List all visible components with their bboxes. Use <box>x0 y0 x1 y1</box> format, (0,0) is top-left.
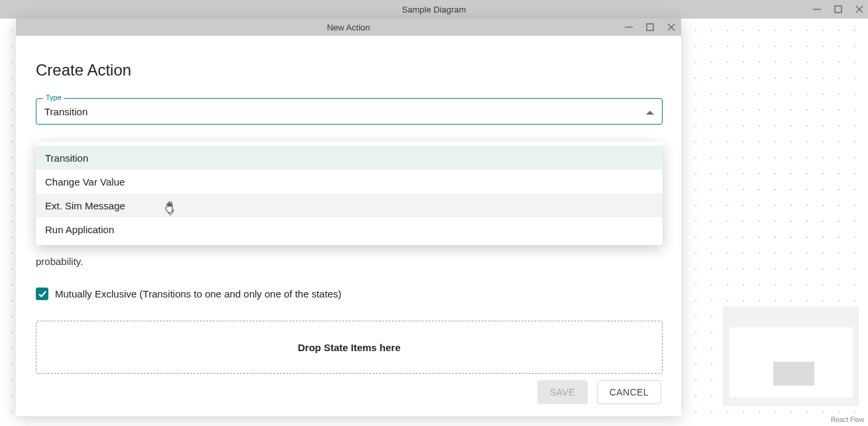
app-title: Sample Diagram <box>402 5 466 15</box>
dialog-window-controls <box>624 19 676 36</box>
dialog-title: New Action <box>327 23 370 32</box>
type-select-value: Transition <box>44 106 87 117</box>
minimap-node <box>773 362 814 386</box>
dialog-heading: Create Action <box>36 61 661 80</box>
dialog-minimize-icon[interactable] <box>624 23 633 32</box>
close-icon[interactable] <box>855 5 864 14</box>
dropzone-text: Drop State Items here <box>298 342 400 353</box>
type-option-label: Run Application <box>45 224 114 235</box>
cancel-button-label: CANCEL <box>610 387 649 398</box>
app-window-controls <box>812 0 864 19</box>
create-action-dialog: New Action Create Action Type Transition <box>16 19 681 416</box>
dialog-button-row: SAVE CANCEL <box>537 380 661 404</box>
type-dropdown: Transition Change Var Value Ext. Sim Mes… <box>36 142 663 245</box>
mutually-exclusive-row: Mutually Exclusive (Transitions to one a… <box>36 288 341 300</box>
type-option-label: Ext. Sim Message <box>45 200 125 211</box>
dialog-maximize-icon[interactable] <box>645 23 655 32</box>
type-option-label: Change Var Value <box>45 176 125 187</box>
react-flow-attribution: React Flow <box>831 416 864 423</box>
dialog-body: Create Action Type Transition Transition… <box>16 36 681 416</box>
maximize-icon[interactable] <box>834 5 843 14</box>
type-select-label: Type <box>43 93 64 101</box>
type-select[interactable]: Type Transition <box>36 98 663 125</box>
minimap[interactable] <box>723 307 859 406</box>
app-titlebar: Sample Diagram <box>0 0 868 19</box>
type-option-ext-sim-message[interactable]: Ext. Sim Message <box>36 193 663 217</box>
svg-rect-5 <box>647 24 653 30</box>
type-option-transition[interactable]: Transition <box>36 146 663 170</box>
type-option-change-var-value[interactable]: Change Var Value <box>36 170 663 193</box>
type-option-run-application[interactable]: Run Application <box>36 217 663 241</box>
dialog-close-icon[interactable] <box>667 23 676 32</box>
instructions-text: probability. <box>36 256 83 267</box>
mutually-exclusive-label: Mutually Exclusive (Transitions to one a… <box>55 288 341 299</box>
save-button-label: SAVE <box>550 387 575 398</box>
dialog-titlebar: New Action <box>16 19 681 36</box>
minimap-viewport <box>730 327 853 398</box>
mutually-exclusive-checkbox[interactable] <box>36 288 48 300</box>
chevron-up-icon <box>646 105 654 117</box>
svg-rect-1 <box>835 6 841 13</box>
type-option-label: Transition <box>45 152 88 164</box>
state-dropzone[interactable]: Drop State Items here <box>36 321 663 374</box>
minimize-icon[interactable] <box>812 5 822 14</box>
check-icon <box>38 290 47 299</box>
svg-marker-8 <box>646 111 654 115</box>
cancel-button[interactable]: CANCEL <box>597 380 661 404</box>
save-button: SAVE <box>537 380 588 404</box>
